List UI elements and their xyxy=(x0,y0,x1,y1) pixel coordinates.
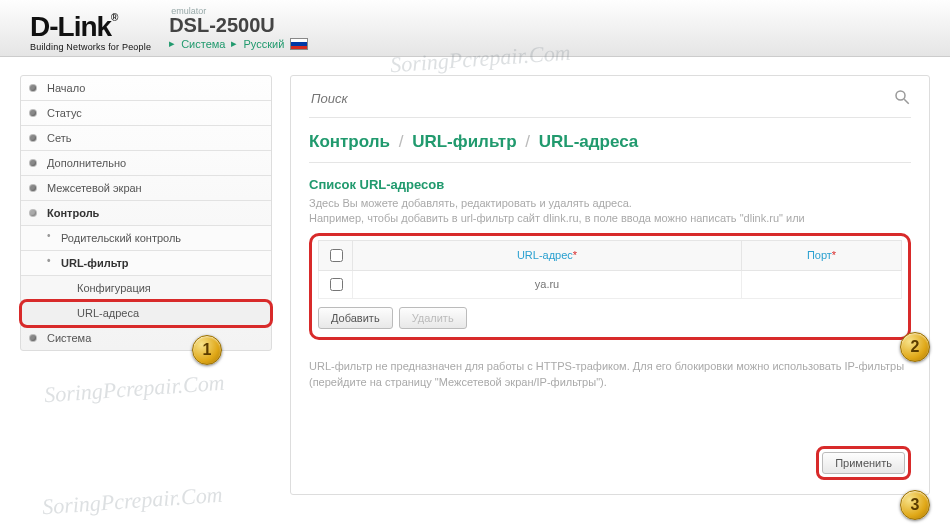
badge-3: 3 xyxy=(900,490,930,520)
chevron-right-icon: ▸ xyxy=(231,37,237,50)
table-row[interactable]: ya.ru xyxy=(319,270,902,298)
crumb-system[interactable]: Система xyxy=(181,38,225,50)
sidebar-item-label: Контроль xyxy=(47,207,99,219)
flag-ru-icon[interactable] xyxy=(290,38,308,50)
cell-url[interactable]: ya.ru xyxy=(353,270,742,298)
sidebar-item-network[interactable]: Сеть xyxy=(21,126,271,151)
header: D-Link® Building Networks for People emu… xyxy=(0,0,950,57)
badge-1: 1 xyxy=(192,335,222,365)
sidebar-menu: Начало Статус Сеть Дополнительно Межсете… xyxy=(20,75,272,351)
svg-point-0 xyxy=(896,91,905,100)
sidebar-item-home[interactable]: Начало xyxy=(21,76,271,101)
sidebar-item-label: Межсетевой экран xyxy=(47,182,142,194)
breadcrumb-sep: / xyxy=(525,132,530,151)
model: DSL-2500U xyxy=(169,14,308,37)
search-row xyxy=(309,88,911,118)
sidebar-item-label: Начало xyxy=(47,82,85,94)
apply-wrap: Применить xyxy=(816,446,911,480)
logo-sub: Building Networks for People xyxy=(30,43,151,52)
search-input[interactable] xyxy=(309,90,893,107)
sidebar-item-label: Конфигурация xyxy=(77,282,151,294)
badge-2: 2 xyxy=(900,332,930,362)
logo: D-Link® Building Networks for People xyxy=(30,13,151,52)
breadcrumb-part: URL-адреса xyxy=(539,132,639,151)
header-crumbs: ▸ Система ▸ Русский xyxy=(169,37,308,50)
sidebar-item-parental[interactable]: Родительский контроль xyxy=(21,226,271,251)
sidebar: Начало Статус Сеть Дополнительно Межсете… xyxy=(20,75,272,495)
row-checkbox[interactable] xyxy=(330,278,343,291)
chevron-right-icon: ▸ xyxy=(169,37,175,50)
sidebar-item-label: URL-фильтр xyxy=(61,257,129,269)
sidebar-item-status[interactable]: Статус xyxy=(21,101,271,126)
sidebar-item-label: Сеть xyxy=(47,132,71,144)
cell-port[interactable] xyxy=(742,270,902,298)
col-port[interactable]: Порт* xyxy=(742,240,902,270)
breadcrumb: Контроль / URL-фильтр / URL-адреса xyxy=(309,132,911,163)
sidebar-item-label: URL-адреса xyxy=(77,307,139,319)
crumb-language[interactable]: Русский xyxy=(243,38,284,50)
apply-button[interactable]: Применить xyxy=(822,452,905,474)
svg-line-1 xyxy=(904,99,909,104)
main-panel: Контроль / URL-фильтр / URL-адреса Списо… xyxy=(290,75,930,495)
search-icon[interactable] xyxy=(893,88,911,109)
breadcrumb-part: Контроль xyxy=(309,132,390,151)
section-desc: Здесь Вы можете добавлять, редактировать… xyxy=(309,196,911,227)
sidebar-item-label: Статус xyxy=(47,107,82,119)
model-block: emulator DSL-2500U ▸ Система ▸ Русский xyxy=(169,6,308,50)
sidebar-item-label: Дополнительно xyxy=(47,157,126,169)
col-url[interactable]: URL-адрес* xyxy=(353,240,742,270)
section-title: Список URL-адресов xyxy=(309,177,911,192)
https-note: URL-фильтр не предназначен для работы с … xyxy=(309,358,911,391)
sidebar-item-url-addresses[interactable]: URL-адреса xyxy=(21,301,271,326)
breadcrumb-sep: / xyxy=(399,132,404,151)
url-table-block: URL-адрес* Порт* ya.ru Добавить Удалить xyxy=(309,233,911,340)
sidebar-item-system[interactable]: Система xyxy=(21,326,271,350)
breadcrumb-part: URL-фильтр xyxy=(412,132,516,151)
select-all-checkbox[interactable] xyxy=(330,249,343,262)
sidebar-item-control[interactable]: Контроль xyxy=(21,201,271,226)
logo-main: D-Link® xyxy=(30,13,151,41)
sidebar-item-label: Система xyxy=(47,332,91,344)
delete-button[interactable]: Удалить xyxy=(399,307,467,329)
sidebar-item-label: Родительский контроль xyxy=(61,232,181,244)
url-table: URL-адрес* Порт* ya.ru xyxy=(318,240,902,299)
sidebar-item-urlfilter[interactable]: URL-фильтр xyxy=(21,251,271,276)
sidebar-item-firewall[interactable]: Межсетевой экран xyxy=(21,176,271,201)
col-check xyxy=(319,240,353,270)
add-button[interactable]: Добавить xyxy=(318,307,393,329)
sidebar-item-config[interactable]: Конфигурация xyxy=(21,276,271,301)
sidebar-item-advanced[interactable]: Дополнительно xyxy=(21,151,271,176)
